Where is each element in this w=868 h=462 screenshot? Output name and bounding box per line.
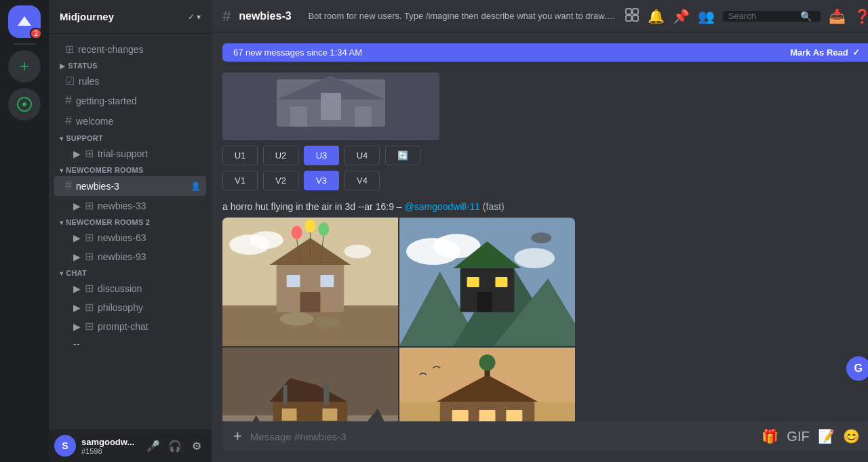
category-chat[interactable]: ▾ CHAT xyxy=(49,266,212,278)
channel-item-more[interactable]: -- xyxy=(54,336,206,352)
svg-rect-2 xyxy=(626,9,631,14)
hash-icon: # xyxy=(65,179,72,193)
svg-point-24 xyxy=(292,226,302,239)
mark-as-read-button[interactable]: Mark As Read ✓ xyxy=(790,47,860,58)
hash-group-icon: ⊞ xyxy=(65,43,74,56)
svg-point-16 xyxy=(344,245,371,258)
message-group-top: U1 U2 U3 U4 🔄 V1 V2 V3 V4 xyxy=(222,67,868,196)
search-bar[interactable]: 🔍 xyxy=(723,11,821,22)
user-icon: 👤 xyxy=(191,182,201,191)
category-status[interactable]: ▶ status xyxy=(49,59,212,71)
svg-rect-22 xyxy=(300,292,321,312)
channel-sidebar: Midjourney ✓ ▾ ⊞ recent-changes ▶ status… xyxy=(49,0,212,462)
channel-item-prompt-chat[interactable]: ▶ ⊞ prompt-chat xyxy=(54,317,206,335)
thread-icon[interactable] xyxy=(625,7,639,24)
channel-item-discussion[interactable]: ▶ ⊞ discussion xyxy=(54,279,206,297)
channel-topic: Bot room for new users. Type /imagine th… xyxy=(309,11,616,21)
channel-item-newbies-3[interactable]: # newbies-3 👤 xyxy=(54,176,206,196)
header-divider xyxy=(300,8,300,24)
discover-button[interactable] xyxy=(8,88,41,121)
add-server-button[interactable]: + xyxy=(8,50,41,83)
channel-item-newbies-63[interactable]: ▶ ⊞ newbies-63 xyxy=(54,228,206,247)
channel-item-welcome[interactable]: # welcome xyxy=(54,111,206,131)
u2-button-top[interactable]: U2 xyxy=(263,146,298,165)
svg-point-43 xyxy=(531,232,551,243)
server-icon-midjourney[interactable]: 2 xyxy=(8,5,41,38)
category-label: NEWCOMER ROOMS 2 xyxy=(66,218,150,226)
more-indicator: -- xyxy=(73,339,79,350)
svg-rect-42 xyxy=(477,292,492,312)
svg-rect-52 xyxy=(283,385,288,405)
svg-point-15 xyxy=(250,231,283,249)
svg-rect-21 xyxy=(320,275,334,287)
svg-point-30 xyxy=(313,317,340,328)
add-attachment-button[interactable]: + xyxy=(233,427,242,445)
channel-item-getting-started[interactable]: # getting-started xyxy=(54,91,206,110)
notification-bell-icon[interactable]: 🔔 xyxy=(648,8,665,24)
author-avatar: G xyxy=(846,356,868,381)
channel-item-newbies-93[interactable]: ▶ ⊞ newbies-93 xyxy=(54,247,206,266)
search-input[interactable] xyxy=(728,11,796,21)
image-bottom-left[interactable] xyxy=(222,348,398,421)
channel-name: discussion xyxy=(98,283,142,294)
v2-button-top[interactable]: V2 xyxy=(263,171,298,190)
channel-item-rules[interactable]: ☑ rules xyxy=(54,72,206,90)
expand-arrow-icon: ▶ xyxy=(73,283,81,294)
svg-rect-4 xyxy=(626,16,631,21)
new-messages-text: 67 new messages since 1:34 AM xyxy=(233,47,362,58)
user-actions: 🎤 🎧 ⚙ xyxy=(144,436,206,455)
channel-item-philosophy[interactable]: ▶ ⊞ philosophy xyxy=(54,298,206,316)
category-label: SUPPORT xyxy=(66,134,103,142)
input-area: + 🎁 GIF 📝 😊 xyxy=(212,421,868,462)
svg-rect-20 xyxy=(287,275,300,287)
sticker-icon[interactable]: 📝 xyxy=(818,428,835,444)
channel-name: rules xyxy=(79,76,99,87)
inbox-icon[interactable]: 📥 xyxy=(829,8,846,24)
image-bottom-right[interactable] xyxy=(399,348,575,421)
u1-button-top[interactable]: U1 xyxy=(222,146,258,165)
category-newcomer-rooms-2[interactable]: ▾ NEWCOMER ROOMS 2 xyxy=(49,215,212,228)
refresh-button-top[interactable]: 🔄 xyxy=(385,146,420,165)
message-input-bar: + 🎁 GIF 📝 😊 xyxy=(222,421,868,451)
channel-header: # newbies-3 Bot room for new users. Type… xyxy=(212,0,868,33)
headphones-button[interactable]: 🎧 xyxy=(165,436,184,455)
image-top-left[interactable] xyxy=(222,217,398,346)
image-grid xyxy=(222,217,575,421)
v4-button-top[interactable]: V4 xyxy=(344,171,380,190)
category-support[interactable]: ▾ SUPPORT xyxy=(49,131,212,144)
category-newcomer-rooms[interactable]: ▾ NEWCOMER ROOMS xyxy=(49,163,212,175)
server-divider xyxy=(14,43,35,45)
server-header[interactable]: Midjourney ✓ ▾ xyxy=(49,0,212,34)
channel-item-trial-support[interactable]: ▶ ⊞ trial-support xyxy=(54,144,206,163)
settings-button[interactable]: ⚙ xyxy=(187,436,206,455)
partial-image xyxy=(222,72,439,140)
channel-header-name: newbies-3 xyxy=(239,10,291,22)
checkmark-icon: ✓ xyxy=(852,47,860,58)
pin-icon[interactable]: 📌 xyxy=(673,8,690,24)
channel-item-newbies-33[interactable]: ▶ ⊞ newbies-33 xyxy=(54,196,206,215)
u3-button-top[interactable]: U3 xyxy=(304,146,339,165)
microphone-button[interactable]: 🎤 xyxy=(144,436,163,455)
image-top-right[interactable] xyxy=(399,217,575,346)
channel-name: recent-changes xyxy=(78,44,144,55)
members-icon[interactable]: 👥 xyxy=(698,8,715,24)
svg-point-65 xyxy=(479,354,496,371)
gift-icon[interactable]: 🎁 xyxy=(762,428,778,444)
top-v-buttons-row: V1 V2 V3 V4 xyxy=(222,171,868,190)
channel-item-recent-changes[interactable]: ⊞ recent-changes xyxy=(54,40,206,58)
hash-icon: # xyxy=(65,114,72,128)
username: samgoodw... xyxy=(81,437,138,447)
prompt-user: @samgoodwill-11 xyxy=(404,201,479,212)
expand-arrow-icon: ▶ xyxy=(73,321,81,332)
expand-arrow-icon: ▶ xyxy=(73,251,81,262)
v1-button-top[interactable]: V1 xyxy=(222,171,258,190)
message-text-input[interactable] xyxy=(250,431,753,442)
svg-rect-67 xyxy=(506,410,522,421)
emoji-icon[interactable]: 😊 xyxy=(843,428,860,444)
help-icon[interactable]: ❓ xyxy=(854,8,868,24)
v3-button-top[interactable]: V3 xyxy=(304,171,339,190)
svg-rect-53 xyxy=(282,408,297,421)
u4-button-top[interactable]: U4 xyxy=(344,146,380,165)
gif-button[interactable]: GIF xyxy=(787,429,809,444)
prompt-text: a horro hut flying in the air in 3d --ar… xyxy=(222,201,868,212)
